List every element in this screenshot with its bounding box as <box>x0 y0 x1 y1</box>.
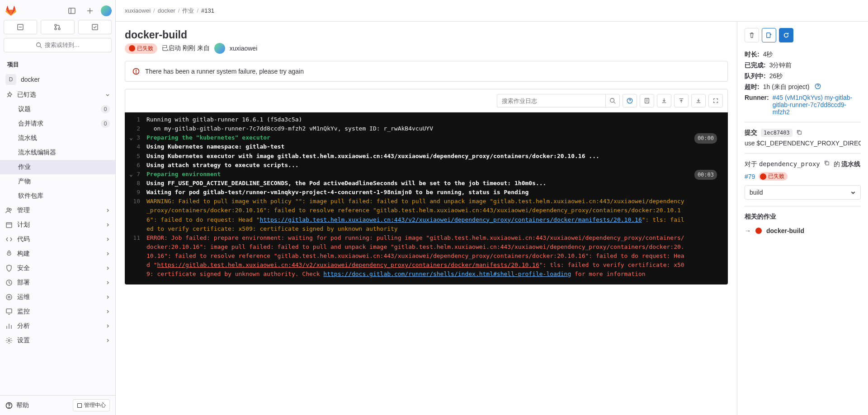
nav-deploy[interactable]: 部署 <box>0 275 115 290</box>
nav-settings[interactable]: 设置 <box>0 333 115 348</box>
author-name[interactable]: xuxiaowei <box>230 45 257 52</box>
nav-pipelines[interactable]: 流水线 <box>0 131 115 145</box>
log-link-1[interactable]: https://gitlab.test.helm.xuxiaowei.cn:44… <box>259 216 642 223</box>
fold-icon[interactable]: ⌄ <box>129 170 136 179</box>
log-line-7: Preparing environment <box>146 171 221 177</box>
nav-merge-requests[interactable]: 合并请求 0 <box>0 117 115 131</box>
log-search-button[interactable] <box>605 94 620 107</box>
log-line-5: Using Kubernetes executor with image git… <box>146 152 722 161</box>
log-line-2: on my-gitlab-gitlab-runner-7c7dd8ccd9-mf… <box>146 124 722 133</box>
nav-artifacts[interactable]: 产物 <box>0 174 115 189</box>
svg-point-25 <box>8 340 10 341</box>
svg-line-11 <box>40 47 42 48</box>
nav-operate[interactable]: 运维 <box>0 290 115 304</box>
launched-text: 已启动 刚刚 来自 <box>162 44 210 52</box>
nav-jobs[interactable]: 作业 <box>0 160 115 174</box>
nav-issues[interactable]: 议题 0 <box>0 102 115 117</box>
stage-select[interactable]: build <box>745 185 861 200</box>
svg-rect-42 <box>798 131 801 134</box>
project-avatar: D <box>5 74 16 85</box>
duration-label: 时长: <box>745 51 760 59</box>
commit-label: 提交 <box>745 129 757 137</box>
merge-requests-shortcut-button[interactable] <box>41 20 74 34</box>
log-search-input[interactable] <box>497 94 605 107</box>
log-link-3[interactable]: https://docs.gitlab.com/runner/shells/in… <box>323 270 571 277</box>
nav-build[interactable]: 构建 <box>0 247 115 261</box>
nav-code[interactable]: 代码 <box>0 232 115 247</box>
breadcrumb-group[interactable]: xuxiaowei <box>125 7 151 14</box>
svg-point-6 <box>55 24 57 26</box>
delete-job-button[interactable] <box>745 28 759 42</box>
project-link[interactable]: D docker <box>0 71 115 88</box>
fold-icon[interactable]: ⌄ <box>129 133 136 142</box>
job-log: 1Running with gitlab-runner 16.6.1 (f5da… <box>125 112 728 284</box>
search-input[interactable]: 搜索或转到… <box>4 38 112 52</box>
deploy-icon <box>5 279 13 286</box>
breadcrumb-project[interactable]: docker <box>158 7 175 14</box>
timeout-help-icon[interactable] <box>815 83 821 91</box>
search-placeholder: 搜索或转到… <box>45 41 80 49</box>
monitor-icon <box>5 308 13 315</box>
queued-label: 队列中: <box>745 72 766 80</box>
help-icon <box>5 402 13 409</box>
rocket-icon <box>5 250 13 257</box>
pipeline-link[interactable]: #79 <box>745 173 755 180</box>
gitlab-logo[interactable] <box>4 4 18 18</box>
admin-button[interactable]: 管理中心 <box>73 399 110 411</box>
copy-sha-button[interactable] <box>796 129 802 137</box>
nav-secure[interactable]: 安全 <box>0 261 115 275</box>
log-line-4: Using Kubernetes namespace: gitlab-test <box>146 142 722 151</box>
log-raw-button[interactable] <box>640 94 654 107</box>
nav-pipeline-editor[interactable]: 流水线编辑器 <box>0 145 115 160</box>
chevron-down-icon <box>850 190 856 195</box>
scroll-bottom-button[interactable] <box>691 94 706 107</box>
svg-point-12 <box>7 208 9 210</box>
finished-value: 3分钟前 <box>769 61 792 70</box>
plus-icon[interactable] <box>83 4 97 18</box>
author-avatar[interactable] <box>214 43 225 54</box>
nav-package-registry[interactable]: 软件包库 <box>0 189 115 203</box>
related-job-item[interactable]: → docker-build <box>745 225 861 236</box>
nav-analyze[interactable]: 分析 <box>0 319 115 333</box>
svg-rect-28 <box>78 403 82 407</box>
todo-shortcut-button[interactable] <box>78 20 112 34</box>
svg-point-18 <box>6 294 12 300</box>
related-job-name: docker-build <box>766 227 804 234</box>
nav-monitor[interactable]: 监控 <box>0 304 115 319</box>
issues-shortcut-button[interactable] <box>4 20 37 34</box>
help-link[interactable]: 帮助 <box>5 401 29 410</box>
chevron-right-icon <box>105 207 110 214</box>
svg-point-31 <box>136 73 137 73</box>
log-line-10: WARNING: Failed to pull image with polic… <box>146 197 722 233</box>
copy-ref-button[interactable] <box>824 160 830 168</box>
breadcrumb-section[interactable]: 作业 <box>182 7 194 15</box>
user-avatar[interactable] <box>101 5 112 16</box>
commit-message: use $CI_DEPENDENCY_PROXY_DIRECT_GROU <box>745 140 861 147</box>
fullscreen-button[interactable] <box>708 94 723 107</box>
log-toolbar <box>125 89 728 112</box>
log-download-button[interactable] <box>657 94 671 107</box>
svg-line-33 <box>614 102 616 104</box>
main: xuxiaowei/ docker/ 作业/ #131 docker-build… <box>116 0 868 415</box>
collapse-sidebar-icon[interactable] <box>65 4 79 18</box>
svg-point-16 <box>9 252 9 253</box>
operate-icon <box>5 294 13 301</box>
runner-label: Runner: <box>745 94 769 101</box>
new-issue-button[interactable] <box>762 28 776 42</box>
shield-icon <box>5 265 13 272</box>
warning-icon <box>132 68 140 75</box>
nav-plan[interactable]: 计划 <box>0 218 115 232</box>
runner-link[interactable]: #45 (vM1nQkYvs) my-gitlab-gitlab-runner-… <box>773 94 861 116</box>
pipeline-status-badge: 已失败 <box>759 172 788 181</box>
commit-sha[interactable]: 1ec87403 <box>761 129 793 137</box>
log-help-button[interactable] <box>623 94 637 107</box>
page-title: docker-build <box>125 29 728 41</box>
duration-value: 4秒 <box>763 51 773 59</box>
queued-value: 26秒 <box>769 72 783 80</box>
log-link-2[interactable]: https://gitlab.test.helm.xuxiaowei.cn:44… <box>157 261 539 268</box>
scroll-top-button[interactable] <box>674 94 689 107</box>
retry-button[interactable] <box>779 28 793 42</box>
right-panel: 时长:4秒 已完成:3分钟前 队列中:26秒 超时:1h (来自 project… <box>737 22 868 415</box>
nav-manage[interactable]: 管理 <box>0 203 115 218</box>
nav-pinned[interactable]: 已钉选 <box>0 88 115 102</box>
